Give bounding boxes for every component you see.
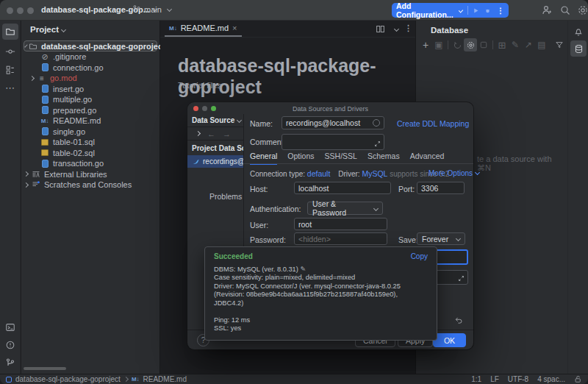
create-ddl-mapping-link[interactable]: Create DDL Mapping: [397, 119, 469, 128]
chevron-collapsed-icon[interactable]: [29, 76, 35, 81]
filter-icon[interactable]: [553, 38, 566, 51]
mysql-dolphin-icon: [192, 157, 200, 166]
tree-item-readme-md[interactable]: M↓README.md: [21, 115, 159, 127]
close-icon[interactable]: ×: [232, 24, 237, 32]
jump-to-console-icon[interactable]: ↗: [522, 38, 535, 51]
console-icon[interactable]: ▤: [535, 38, 548, 51]
chevron-collapsed-icon[interactable]: [24, 182, 29, 188]
tree-item-connection-go[interactable]: connection.go: [21, 63, 159, 74]
rollback-icon[interactable]: [453, 316, 463, 325]
refresh-name-icon[interactable]: [373, 119, 380, 127]
window-zoom-button[interactable]: [27, 7, 34, 14]
markdown-icon: M↓: [132, 376, 140, 383]
dialog-zoom-button[interactable]: [211, 106, 216, 111]
tree-item-insert-go[interactable]: insert.go: [21, 84, 159, 95]
tree-item-scratches[interactable]: Scratches and Consoles: [21, 179, 159, 191]
dialog-title-bar: Data Sources and Drivers: [187, 102, 473, 114]
back-arrow-icon[interactable]: ←: [207, 129, 215, 138]
user-input[interactable]: [294, 218, 387, 230]
authentication-dropdown[interactable]: User & Password: [307, 202, 383, 215]
settings-gear-icon[interactable]: [577, 4, 588, 16]
name-input[interactable]: [282, 116, 384, 129]
line-ending[interactable]: LF: [490, 375, 499, 383]
notifications-bell-icon[interactable]: [570, 24, 587, 40]
problems-label[interactable]: Problems: [209, 192, 242, 201]
terminal-tool-icon[interactable]: [2, 319, 18, 335]
breadcrumb-file[interactable]: README.md: [143, 375, 187, 383]
dialog-close-button[interactable]: [193, 106, 198, 111]
debug-icon[interactable]: [484, 7, 491, 15]
git-branch-widget[interactable]: main: [132, 4, 171, 14]
tree-item-label: Scratches and Consoles: [44, 180, 132, 189]
window-minimize-button[interactable]: [17, 7, 24, 14]
more-actions-icon[interactable]: ⋮: [496, 6, 504, 15]
project-panel-header[interactable]: Project: [21, 21, 159, 38]
database-tool-icon[interactable]: [570, 40, 587, 57]
horizontal-scrollbar[interactable]: [24, 367, 66, 370]
run-icon[interactable]: [473, 7, 479, 15]
expand-icon[interactable]: [374, 141, 381, 147]
sidebar-toolbar: ← →: [187, 127, 243, 141]
problems-tool-icon[interactable]: [2, 337, 18, 353]
tree-item-project-root[interactable]: database-sql-package-goproject ~/Library…: [24, 40, 157, 51]
unlock-icon[interactable]: [574, 375, 582, 383]
stop-icon[interactable]: [477, 38, 490, 51]
more-tool-windows-icon[interactable]: ⋯: [2, 79, 18, 96]
file-encoding[interactable]: UTF-8: [508, 375, 528, 383]
copy-link[interactable]: Copy: [411, 252, 428, 261]
structure-tool-icon[interactable]: [2, 62, 18, 78]
password-input[interactable]: [294, 232, 387, 245]
ok-button[interactable]: OK: [433, 333, 466, 347]
driver-value[interactable]: MySQL: [362, 169, 387, 178]
tree-item-gitignore[interactable]: ⊘.gitignore: [21, 51, 159, 63]
library-icon: [32, 170, 40, 179]
data-source-properties-icon[interactable]: ▣: [432, 38, 445, 51]
window-close-button[interactable]: [7, 7, 13, 14]
refresh-icon[interactable]: [451, 38, 464, 51]
new-table-icon[interactable]: ⊞: [495, 38, 509, 51]
breadcrumb[interactable]: database-sql-package-goproject M↓ README…: [6, 375, 187, 383]
expand-node-icon[interactable]: [196, 131, 201, 136]
tree-item-table-02-sql[interactable]: table-02.sql: [21, 148, 159, 159]
indent-setting[interactable]: 4 spac...: [537, 375, 565, 383]
add-user-icon[interactable]: [541, 4, 553, 16]
name-label: Name:: [250, 119, 273, 128]
commit-tool-icon[interactable]: [2, 43, 18, 60]
edit-icon[interactable]: ✎: [509, 38, 522, 51]
save-dropdown[interactable]: Forever: [417, 232, 465, 245]
chevron-collapsed-icon[interactable]: [24, 171, 29, 177]
data-source-settings-icon[interactable]: [464, 38, 477, 51]
tree-item-label: README.md: [53, 116, 101, 125]
breadcrumb-project[interactable]: database-sql-package-goproject: [15, 375, 121, 383]
tree-item-multiple-go[interactable]: multiple.go: [21, 94, 159, 105]
host-input[interactable]: [294, 182, 391, 194]
git-tool-icon[interactable]: [2, 355, 18, 371]
chevron-expanded-icon[interactable]: [24, 44, 27, 47]
expand-icon[interactable]: [458, 275, 465, 282]
tree-item-single-go[interactable]: single.go: [21, 127, 159, 138]
port-input[interactable]: [417, 182, 465, 194]
edit-pencil-icon[interactable]: ✎: [300, 266, 306, 273]
chevron-down-icon[interactable]: [394, 26, 399, 32]
tree-item-prepared-go[interactable]: prepared.go: [21, 105, 159, 116]
add-configuration-button[interactable]: Add Configuration...: [396, 1, 456, 19]
forward-arrow-icon[interactable]: →: [223, 129, 231, 138]
data-sources-dropdown[interactable]: Data Source: [187, 114, 243, 127]
tree-item-transaction-go[interactable]: transaction.go: [21, 158, 159, 169]
project-tool-icon[interactable]: [2, 24, 18, 40]
split-editor-icon[interactable]: [376, 24, 385, 34]
more-options-icon[interactable]: ⋮: [404, 24, 412, 33]
dialog-minimize-button[interactable]: [202, 106, 207, 111]
more-options-link[interactable]: More Options: [429, 169, 479, 177]
caret-position[interactable]: 1:1: [471, 375, 481, 383]
run-configuration-widget[interactable]: Add Configuration... ⋮: [392, 3, 509, 18]
data-source-item-selected[interactable]: recordings@localhost: [187, 155, 243, 168]
tab-readme[interactable]: M↓ README.md ×: [165, 21, 242, 37]
add-data-source-icon[interactable]: +: [419, 38, 432, 51]
comment-input[interactable]: [282, 134, 384, 150]
search-icon[interactable]: [559, 4, 571, 16]
tree-item-go-mod[interactable]: ≡go.mod: [21, 73, 159, 84]
tree-item-external-libraries[interactable]: External Libraries: [21, 169, 159, 180]
connection-type-value[interactable]: default: [307, 169, 331, 178]
tree-item-table-01-sql[interactable]: table-01.sql: [21, 137, 159, 148]
